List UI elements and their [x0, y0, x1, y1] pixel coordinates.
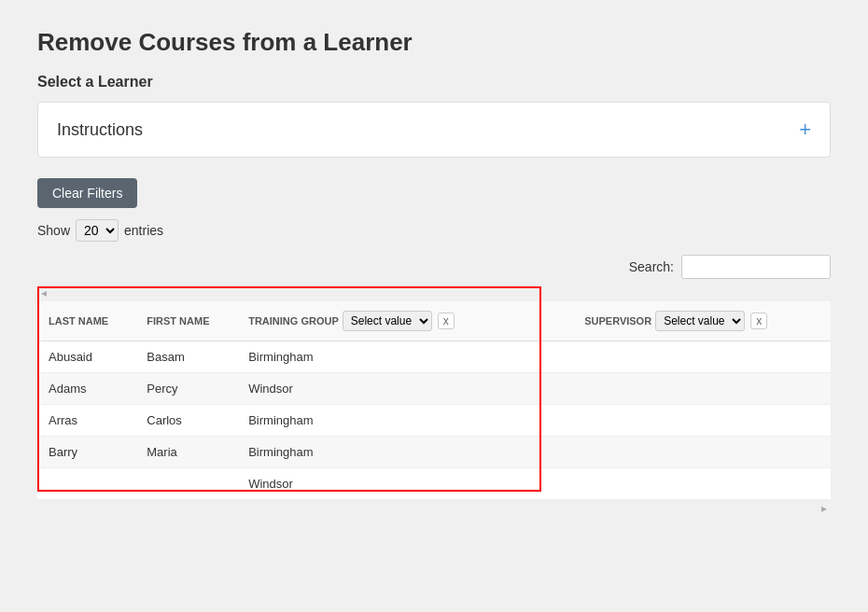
page-title: Remove Courses from a Learner	[37, 28, 831, 57]
show-label: Show	[37, 223, 70, 238]
col-last-name: LAST NAME	[37, 301, 135, 341]
cell-training_group: Birmingham	[237, 405, 510, 437]
cell-last_name	[37, 468, 135, 500]
table-wrapper: ◂ LAST NAME FIRST NAME TRAINING GROUP	[37, 286, 831, 515]
table-row[interactable]: ArrasCarlosBirmingham	[37, 405, 831, 437]
page-container: Remove Courses from a Learner Select a L…	[0, 0, 868, 543]
search-row: Search:	[37, 255, 831, 279]
clear-filters-button[interactable]: Clear Filters	[37, 178, 137, 208]
table-row[interactable]: AdamsPercyWindsor	[37, 373, 831, 405]
learner-table: LAST NAME FIRST NAME TRAINING GROUP Sele…	[37, 301, 831, 500]
col-training-group: TRAINING GROUP Select value Birmingham W…	[237, 301, 510, 341]
instructions-expand-icon: +	[799, 118, 811, 142]
table-header-row: LAST NAME FIRST NAME TRAINING GROUP Sele…	[37, 301, 831, 341]
col-first-name: FIRST NAME	[135, 301, 237, 341]
cell-first_name: Percy	[135, 373, 237, 405]
cell-training_group: Windsor	[237, 468, 510, 500]
table-row[interactable]: BarryMariaBirmingham	[37, 437, 831, 468]
training-group-filter-clear[interactable]: x	[438, 313, 455, 329]
cell-first_name: Maria	[135, 437, 237, 468]
cell-training_group: Birmingham	[237, 341, 510, 373]
cell-last_name: Barry	[37, 437, 135, 468]
scroll-left-indicator: ◂	[37, 286, 831, 299]
table-body: AbusaidBasamBirminghamAdamsPercyWindsorA…	[37, 341, 831, 500]
cell-supervisor	[510, 341, 831, 373]
cell-supervisor	[510, 373, 831, 405]
cell-training_group: Windsor	[237, 373, 510, 405]
scroll-right-indicator: ▸	[37, 502, 831, 515]
entries-label: entries	[124, 223, 163, 238]
supervisor-filter-select[interactable]: Select value	[655, 311, 745, 331]
cell-supervisor	[510, 405, 831, 437]
col-supervisor: SUPERVISOR Select value x	[510, 301, 831, 341]
cell-first_name: Basam	[135, 341, 237, 373]
supervisor-filter-clear[interactable]: x	[750, 313, 767, 329]
cell-first_name	[135, 468, 237, 500]
cell-supervisor	[510, 437, 831, 468]
instructions-label: Instructions	[57, 120, 143, 140]
entries-per-page-select[interactable]: 20 10 50	[76, 219, 119, 242]
section-title: Select a Learner	[37, 74, 831, 90]
cell-last_name: Adams	[37, 373, 135, 405]
cell-last_name: Abusaid	[37, 341, 135, 373]
cell-supervisor	[510, 468, 831, 500]
search-input[interactable]	[681, 255, 831, 279]
show-entries-row: Show 20 10 50 entries	[37, 219, 831, 242]
cell-first_name: Carlos	[135, 405, 237, 437]
cell-training_group: Birmingham	[237, 437, 510, 468]
search-label: Search:	[629, 259, 674, 274]
cell-last_name: Arras	[37, 405, 135, 437]
table-row[interactable]: Windsor	[37, 468, 831, 500]
table-row[interactable]: AbusaidBasamBirmingham	[37, 341, 831, 373]
training-group-filter-select[interactable]: Select value Birmingham Windsor	[343, 311, 432, 331]
instructions-box[interactable]: Instructions +	[37, 102, 831, 158]
table-outer: ◂ LAST NAME FIRST NAME TRAINING GROUP	[37, 286, 831, 515]
